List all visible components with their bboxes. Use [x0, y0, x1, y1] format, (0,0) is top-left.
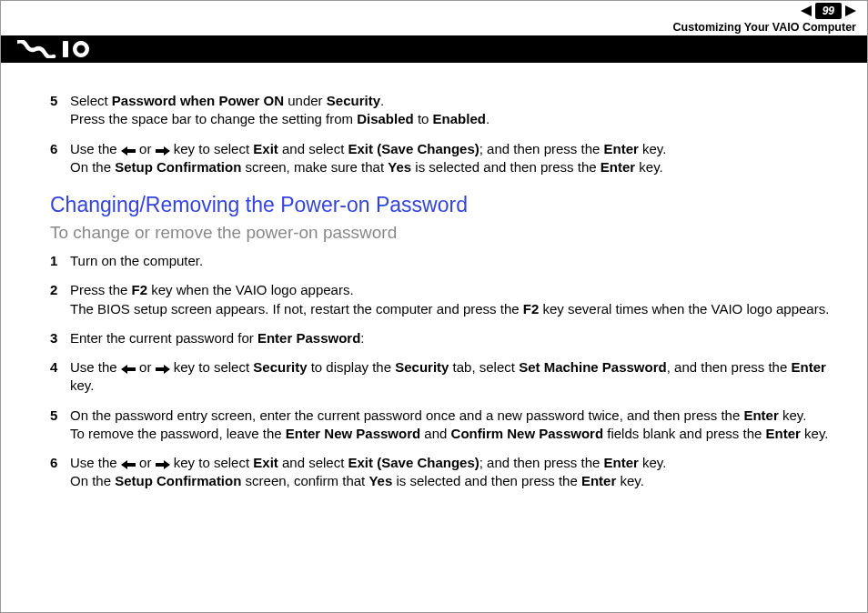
vaio-logo-icon	[17, 40, 101, 58]
next-page-icon[interactable]	[845, 5, 858, 17]
prev-page-icon[interactable]	[799, 5, 812, 17]
step-text: Turn on the computer.	[70, 252, 842, 270]
step-row: 3Enter the current password for Enter Pa…	[50, 329, 842, 347]
step-number: 3	[50, 329, 70, 347]
breadcrumb-row: Customizing Your VAIO Computer	[1, 21, 867, 35]
sub-title: To change or remove the power-on passwor…	[50, 223, 842, 243]
step-number: 6	[50, 454, 70, 491]
main-steps: 1Turn on the computer.2Press the F2 key …	[50, 252, 842, 491]
step-row: 4Use the or key to select Security to di…	[50, 358, 842, 396]
step-number: 5	[50, 407, 70, 444]
intro-steps: 5Select Password when Power ON under Sec…	[50, 92, 842, 176]
step-row: 6Use the or key to select Exit and selec…	[50, 140, 842, 177]
svg-marker-6	[156, 365, 170, 374]
step-text: Select Password when Power ON under Secu…	[70, 92, 842, 129]
arrow-left-icon	[121, 460, 136, 469]
step-text: Use the or key to select Exit and select…	[70, 140, 842, 177]
page-container: 99 Customizing Your VAIO Computer 5Selec…	[0, 0, 868, 613]
step-number: 1	[50, 252, 70, 270]
svg-marker-1	[845, 5, 856, 16]
header-bar	[1, 35, 867, 63]
step-row: 5Select Password when Power ON under Sec…	[50, 92, 842, 129]
step-text: Press the F2 key when the VAIO logo appe…	[70, 281, 842, 318]
step-text: On the password entry screen, enter the …	[70, 407, 842, 444]
top-nav-bar: 99	[1, 1, 867, 21]
page-number: 99	[815, 3, 842, 19]
svg-marker-3	[121, 146, 136, 156]
arrow-right-icon	[156, 365, 170, 374]
arrow-left-icon	[121, 365, 136, 374]
step-row: 6Use the or key to select Exit and selec…	[50, 454, 842, 491]
svg-rect-2	[63, 41, 68, 57]
step-text: Use the or key to select Exit and select…	[70, 454, 842, 491]
svg-marker-7	[121, 460, 136, 469]
breadcrumb: Customizing Your VAIO Computer	[673, 21, 856, 34]
step-number: 4	[50, 358, 70, 396]
svg-marker-4	[156, 146, 170, 156]
svg-marker-8	[156, 460, 170, 469]
svg-marker-5	[121, 365, 136, 374]
step-number: 6	[50, 140, 70, 177]
arrow-right-icon	[156, 460, 170, 469]
step-row: 2Press the F2 key when the VAIO logo app…	[50, 281, 842, 318]
step-row: 5On the password entry screen, enter the…	[50, 407, 842, 444]
step-text: Enter the current password for Enter Pas…	[70, 329, 842, 347]
step-text: Use the or key to select Security to dis…	[70, 358, 842, 396]
step-row: 1Turn on the computer.	[50, 252, 842, 270]
section-title: Changing/Removing the Power-on Password	[50, 193, 842, 217]
svg-marker-0	[801, 5, 812, 16]
step-number: 2	[50, 281, 70, 318]
arrow-right-icon	[156, 146, 170, 156]
step-number: 5	[50, 92, 70, 129]
content-area: 5Select Password when Power ON under Sec…	[1, 63, 867, 491]
arrow-left-icon	[121, 146, 136, 156]
